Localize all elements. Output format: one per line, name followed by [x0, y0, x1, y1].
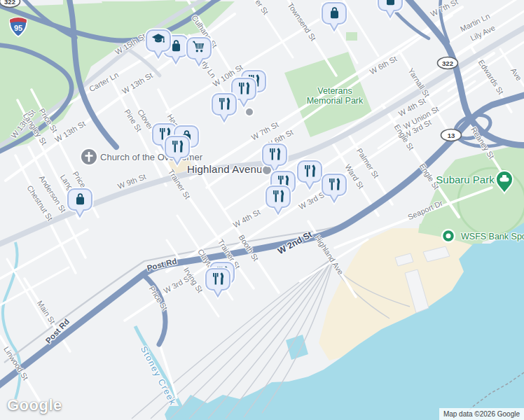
map-canvas[interactable]: W 15th StCarter LnW 13th StW 13th StW 13… [0, 0, 524, 420]
google-logo[interactable]: Google [7, 396, 62, 414]
area-label-veterans[interactable]: VeteransMemorial Park [307, 86, 364, 106]
poi-event-dot-icon[interactable] [439, 227, 457, 248]
poi-church-icon[interactable] [78, 146, 99, 170]
poi-marker-restaurant[interactable] [319, 171, 350, 207]
shopping-bag-icon [387, 0, 394, 5]
poi-marker-shopping-bag[interactable] [64, 186, 95, 222]
area-label-wsfs-bank-spo[interactable]: WSFS Bank Spo [461, 232, 524, 241]
poi-stadium-pin-icon[interactable] [494, 169, 515, 199]
area-label-subaru-park[interactable]: Subaru Park [436, 174, 494, 186]
poi-marker-restaurant[interactable] [209, 90, 240, 127]
map-attribution[interactable]: Map data ©2026 Google [439, 408, 524, 420]
poi-marker-shopping-bag[interactable] [319, 0, 350, 36]
poi-marker-shopping-cart[interactable] [184, 34, 214, 71]
poi-marker-restaurant[interactable] [202, 265, 233, 302]
poi-marker-restaurant[interactable] [263, 183, 294, 219]
poi-marker-shopping-bag[interactable] [375, 0, 406, 22]
poi-marker-graduation-cap[interactable] [143, 27, 174, 63]
poi-marker-restaurant[interactable] [162, 133, 193, 169]
